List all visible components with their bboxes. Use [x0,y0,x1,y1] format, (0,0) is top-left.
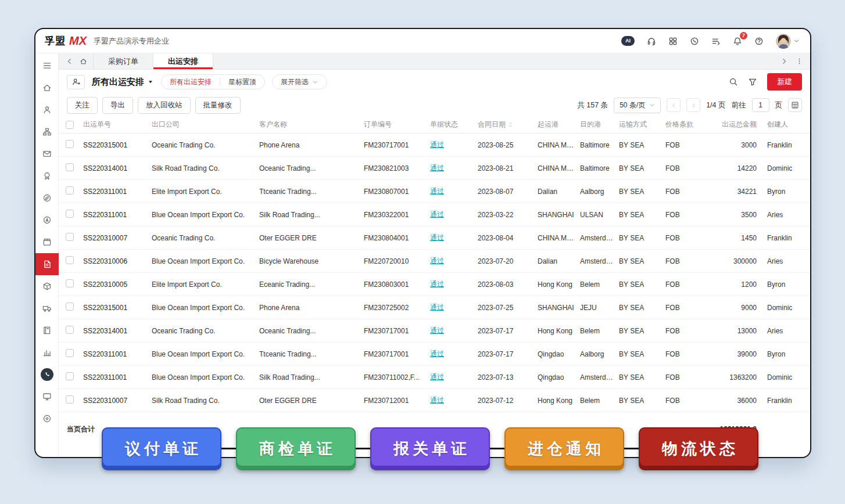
notifications-button[interactable]: 7 [733,37,742,46]
tab-forward-button[interactable] [780,57,788,65]
headset-button[interactable] [647,37,656,46]
cell-status-link[interactable]: 通过 [430,373,444,381]
table-row[interactable]: SS220310007 Silk Road Trading Co. Oter E… [59,389,810,412]
next-page-button[interactable] [686,98,700,112]
cell-status-link[interactable]: 通过 [430,164,444,172]
table-row[interactable]: SS220311001 Blue Ocean Import Export Co.… [59,203,810,226]
new-button[interactable]: 新建 [767,73,802,91]
table-row[interactable]: SS220310006 Blue Ocean Import Export Co.… [59,250,810,273]
quick-filter-0[interactable]: 所有出运安排 [162,75,220,89]
toolbar-button-1[interactable]: 导出 [102,97,133,114]
table-row[interactable]: SS220311001 Elite Import Export Co. Ttce… [59,180,810,203]
table-config-button[interactable] [788,98,802,112]
ai-assistant-button[interactable]: AI [621,36,635,46]
sidebar-item-logistics[interactable] [35,297,59,319]
cell-status-link[interactable]: 通过 [430,326,444,334]
row-checkbox[interactable] [66,372,74,380]
row-checkbox[interactable] [66,186,74,195]
overlay-button-3[interactable]: 进仓通知 [504,427,624,470]
user-menu[interactable] [776,34,800,49]
overlay-button-2[interactable]: 报关单证 [370,427,490,470]
search-icon[interactable] [729,77,738,87]
column-header-8[interactable]: 运输方式 [619,120,665,129]
row-checkbox[interactable] [66,256,74,264]
column-header-10[interactable]: 出运总金额 [710,120,761,129]
overlay-button-0[interactable]: 议付单证 [102,427,221,470]
tab-back-button[interactable] [66,57,73,65]
overlay-button-4[interactable]: 物流状态 [639,427,758,470]
table-row[interactable]: SS220315001 Oceanic Trading Co. Phone Ar… [59,134,810,157]
sidebar-item-customer[interactable] [35,99,59,121]
column-header-9[interactable]: 价格条款 [665,120,710,129]
column-header-11[interactable]: 创建人 [761,120,803,129]
cell-status-link[interactable]: 通过 [430,187,444,195]
sidebar-item-collapse[interactable] [35,55,59,77]
sidebar-item-order[interactable] [35,231,59,253]
sidebar-item-report[interactable] [35,341,59,363]
view-selector[interactable]: 所有出运安排 [92,77,154,88]
row-checkbox[interactable] [66,233,74,241]
select-all-checkbox[interactable] [66,121,74,129]
chat-circle-button[interactable] [690,37,699,46]
cell-status-link[interactable]: 通过 [430,350,444,358]
row-checkbox[interactable] [66,303,74,311]
row-checkbox[interactable] [66,326,74,334]
row-checkbox[interactable] [66,279,74,287]
row-checkbox[interactable] [66,163,74,171]
cell-status-link[interactable]: 通过 [430,280,444,288]
sidebar-item-monitor[interactable] [35,386,59,408]
column-header-3[interactable]: 订单编号 [364,120,430,129]
column-header-2[interactable]: 客户名称 [259,120,364,129]
goto-page-input[interactable]: 1 [752,98,769,112]
row-checkbox[interactable] [66,395,74,404]
toolbar-button-0[interactable]: 关注 [67,97,98,114]
tab-more-button[interactable] [796,57,803,65]
sidebar-item-mail[interactable] [35,143,59,165]
sidebar-item-shipping-doc[interactable] [35,253,59,275]
column-header-7[interactable]: 目的港 [580,120,619,129]
sidebar-item-compass[interactable] [35,187,59,209]
sidebar-item-whatsapp[interactable] [35,363,59,386]
table-row[interactable]: SS220314001 Oceanic Trading Co. Oceanic … [59,319,810,343]
page-size-select[interactable]: 50 条/页 [614,98,661,113]
cell-status-link[interactable]: 通过 [430,141,444,149]
overlay-button-1[interactable]: 商检单证 [236,427,356,470]
table-row[interactable]: SS220310007 Oceanic Trading Co. Oter EGG… [59,226,810,250]
tab-1[interactable]: 出运安排 [153,53,213,69]
table-row[interactable]: SS220311001 Blue Ocean Import Export Co.… [59,366,810,389]
tab-0[interactable]: 采购订单 [93,53,153,69]
task-list-button[interactable] [711,37,721,46]
cell-status-link[interactable]: 通过 [430,303,444,311]
cell-status-link[interactable]: 通过 [430,233,444,242]
help-button[interactable] [754,37,764,46]
sidebar-item-settings[interactable] [35,408,59,430]
column-header-6[interactable]: 起运港 [538,120,580,129]
sidebar-item-ledger[interactable] [35,319,59,341]
quick-filter-1[interactable]: 星标置顶 [220,75,264,89]
table-row[interactable]: SS220311001 Blue Ocean Import Export Co.… [59,343,810,366]
app-grid-button[interactable] [668,37,678,46]
sidebar-item-approval[interactable] [35,165,59,187]
view-switch-button[interactable] [67,75,85,89]
cell-status-link[interactable]: 通过 [430,210,444,218]
toolbar-button-2[interactable]: 放入回收站 [138,97,191,114]
tab-home-button[interactable] [80,57,87,65]
column-header-0[interactable]: 出运单号 [83,120,152,129]
sidebar-item-product[interactable] [35,275,59,297]
cell-status-link[interactable]: 通过 [430,257,444,265]
column-header-5[interactable]: 合同日期 [478,120,538,129]
expand-filter-button[interactable]: 展开筛选 [272,74,327,89]
cell-status-link[interactable]: 通过 [430,396,444,404]
row-checkbox[interactable] [66,349,74,357]
table-row[interactable]: SS220314001 Silk Road Trading Co. Oceani… [59,157,810,180]
row-checkbox[interactable] [66,140,74,148]
sidebar-item-marketing[interactable] [35,209,59,231]
filter-icon[interactable] [748,77,757,87]
sidebar-item-org[interactable] [35,121,59,143]
column-header-4[interactable]: 单据状态 [430,120,478,129]
prev-page-button[interactable] [667,98,681,112]
column-header-1[interactable]: 出口公司 [152,120,259,129]
toolbar-button-3[interactable]: 批量修改 [195,97,241,114]
row-checkbox[interactable] [66,210,74,218]
table-row[interactable]: SS220315001 Blue Ocean Import Export Co.… [59,296,810,319]
